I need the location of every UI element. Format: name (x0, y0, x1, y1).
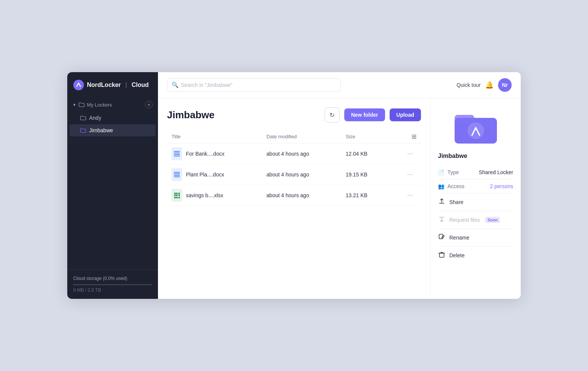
share-label: Share (449, 199, 463, 205)
nordlocker-logo-icon (73, 80, 84, 90)
xlsx-icon (172, 189, 182, 202)
svg-rect-6 (439, 253, 444, 257)
sidebar-item-jimbabwe[interactable]: Jimbabwe (70, 124, 156, 136)
detail-type-label: 📄 Type (438, 169, 459, 175)
user-avatar[interactable]: Nr (498, 78, 512, 92)
access-icon: 👥 (438, 183, 444, 189)
grid-view-icon: ⊞ (412, 133, 416, 140)
detail-actions: Share Request files Soon Rename Delete (438, 193, 513, 264)
share-button[interactable]: Share (438, 193, 513, 211)
file-size: 19.15 KB (341, 164, 388, 185)
detail-access-value[interactable]: 2 persons (490, 183, 513, 189)
file-panel-header: Jimbabwe ↻ New folder Upload (167, 107, 421, 122)
search-icon: 🔍 (172, 82, 179, 88)
sidebar-section: ▼ My Lockers + Andy Jim (67, 98, 158, 269)
svg-point-4 (467, 122, 484, 139)
folder-illustration (453, 107, 498, 145)
content-area: Jimbabwe ↻ New folder Upload Title Date … (158, 98, 521, 299)
topbar-right: Quick tour 🔔 Nr (456, 78, 512, 92)
file-name-cell: For Bank....docx (172, 147, 257, 160)
storage-size: 0 MB / 2.0 TB (73, 288, 152, 293)
sidebar-item-jimbabwe-label: Jimbabwe (89, 127, 113, 133)
locker-folder-icon (79, 102, 85, 107)
lockers-group-header: ▼ My Lockers + (67, 98, 158, 111)
detail-access-label: 👥 Access (438, 183, 464, 189)
search-input[interactable] (167, 78, 341, 92)
file-more-button[interactable]: ··· (404, 170, 416, 179)
lockers-group-label: My Lockers (87, 102, 112, 108)
table-header-row: Title Date modified Size ⊞ (167, 130, 421, 144)
file-name-cell: savings b....xlsx (172, 189, 257, 202)
file-name: savings b....xlsx (186, 192, 223, 198)
locker-icon-andy (80, 115, 86, 121)
sidebar-logo: NordLocker | Cloud (67, 72, 158, 98)
svg-point-0 (73, 80, 84, 90)
page-title: Jimbabwe (167, 109, 320, 121)
file-size: 13.21 KB (341, 185, 388, 206)
share-icon (438, 198, 446, 206)
delete-button[interactable]: Delete (438, 247, 513, 264)
topbar: 🔍 Quick tour 🔔 Nr (158, 72, 521, 98)
rename-icon (438, 233, 446, 242)
delete-label: Delete (449, 252, 464, 258)
search-wrapper: 🔍 (167, 78, 341, 92)
logo-cloud: Cloud (132, 82, 149, 88)
type-icon: 📄 (438, 169, 444, 175)
file-date: about 4 hours ago (262, 185, 341, 206)
docx-icon (172, 168, 182, 181)
bell-icon: 🔔 (485, 81, 494, 89)
request-files-icon (438, 216, 446, 224)
file-more-button[interactable]: ··· (404, 149, 416, 159)
table-row[interactable]: Plant Pla....docx about 4 hours ago 19.1… (167, 164, 421, 185)
upload-button[interactable]: Upload (390, 108, 421, 121)
chevron-down-icon: ▼ (73, 103, 76, 107)
storage-bar-background (73, 284, 152, 285)
detail-access-row: 👥 Access 2 persons (438, 179, 513, 193)
file-name: For Bank....docx (186, 151, 224, 157)
file-date: about 4 hours ago (262, 144, 341, 164)
file-name-cell: Plant Pla....docx (172, 168, 257, 181)
rename-button[interactable]: Rename (438, 229, 513, 247)
logo-text: NordLocker (87, 82, 121, 88)
request-files-label: Request files (449, 217, 480, 223)
sidebar-footer: Cloud storage (0.0% used) 0 MB / 2.0 TB (67, 269, 158, 299)
request-files-button: Request files Soon (438, 211, 513, 229)
file-date: about 4 hours ago (262, 164, 341, 185)
refresh-icon: ↻ (330, 111, 334, 119)
main-area: 🔍 Quick tour 🔔 Nr Jimbabwe ↻ Ne (158, 72, 521, 299)
sidebar-item-andy[interactable]: Andy (70, 112, 156, 124)
detail-panel: Jimbabwe 📄 Type Shared Locker 👥 Access 2… (430, 98, 521, 299)
file-size: 12.04 KB (341, 144, 388, 164)
quick-tour-button[interactable]: Quick tour (456, 82, 481, 88)
detail-folder-name: Jimbabwe (438, 153, 513, 159)
docx-icon (172, 147, 182, 160)
rename-label: Rename (449, 235, 469, 241)
locker-icon-jimbabwe (80, 128, 86, 133)
sidebar-item-andy-label: Andy (89, 115, 101, 121)
file-panel: Jimbabwe ↻ New folder Upload Title Date … (158, 98, 430, 299)
detail-type-value: Shared Locker (479, 169, 513, 175)
detail-type-row: 📄 Type Shared Locker (438, 165, 513, 179)
soon-badge: Soon (485, 217, 500, 223)
table-row[interactable]: For Bank....docx about 4 hours ago 12.04… (167, 144, 421, 164)
table-row[interactable]: savings b....xlsx about 4 hours ago 13.2… (167, 185, 421, 206)
add-locker-button[interactable]: + (145, 101, 153, 108)
col-title: Title (167, 130, 262, 144)
refresh-button[interactable]: ↻ (325, 107, 340, 122)
file-table: Title Date modified Size ⊞ (167, 130, 421, 206)
notifications-button[interactable]: 🔔 (485, 81, 494, 89)
file-name: Plant Pla....docx (186, 172, 224, 178)
delete-icon (438, 251, 446, 260)
sidebar: NordLocker | Cloud ▼ My Lockers + (67, 72, 158, 299)
col-size: Size (341, 130, 388, 144)
storage-bar-fill (73, 284, 74, 285)
logo-separator: | (125, 82, 127, 88)
col-date: Date modified (262, 130, 341, 144)
group-left: ▼ My Lockers (73, 102, 112, 108)
col-view-toggle[interactable]: ⊞ (388, 130, 421, 144)
file-more-button[interactable]: ··· (404, 190, 416, 200)
storage-label: Cloud storage (0.0% used) (73, 276, 152, 281)
new-folder-button[interactable]: New folder (344, 108, 385, 121)
